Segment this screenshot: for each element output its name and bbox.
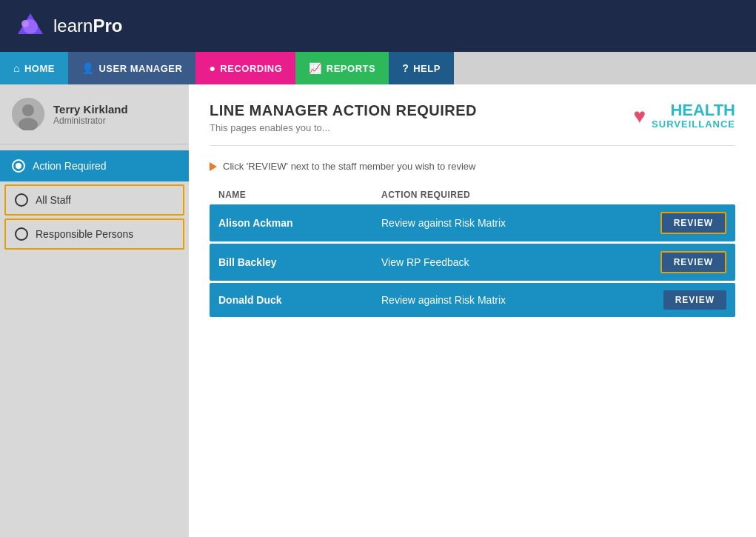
page-title-area: LINE MANAGER ACTION REQUIRED This pages … — [210, 102, 477, 133]
play-icon — [210, 162, 217, 171]
svg-point-2 — [21, 20, 29, 27]
review-button[interactable]: REVIEW — [660, 212, 726, 234]
nav-recording[interactable]: ● RECORDING — [195, 52, 295, 84]
staff-action-text: Review against Risk Matrix — [381, 294, 663, 306]
table-header: NAME ACTION REQUIRED — [210, 185, 735, 204]
col-header-name: NAME — [218, 190, 381, 200]
help-icon: ? — [402, 62, 409, 74]
avatar — [12, 98, 44, 130]
svg-point-4 — [22, 104, 34, 116]
instruction-text: Click 'REVIEW' next to the staff member … — [210, 161, 735, 172]
logo: learnPro — [15, 10, 122, 41]
staff-name: Donald Duck — [218, 294, 381, 306]
review-button[interactable]: REVIEW — [663, 290, 726, 310]
table-row: Donald DuckReview against Risk MatrixREV… — [210, 283, 735, 317]
user-role: Administrator — [53, 116, 128, 126]
hs-logo-text: HEALTH SURVEILLANCE — [652, 102, 735, 130]
radio-all-staff — [15, 193, 28, 207]
radio-responsible-persons — [15, 227, 28, 241]
table-row: Alison AckmanReview against Risk MatrixR… — [210, 204, 735, 241]
logo-icon — [15, 10, 46, 41]
reports-icon: 📈 — [309, 62, 322, 74]
main-layout: Terry Kirkland Administrator Action Requ… — [0, 84, 756, 537]
nav-home[interactable]: ⌂ HOME — [0, 52, 68, 84]
health-surveillance-logo: ♥ HEALTH SURVEILLANCE — [633, 102, 735, 130]
col-header-action: ACTION REQUIRED — [381, 190, 726, 200]
user-icon: 👤 — [81, 62, 95, 74]
nav-help[interactable]: ? HELP — [389, 52, 454, 84]
staff-table: Alison AckmanReview against Risk MatrixR… — [210, 204, 735, 317]
page-title: LINE MANAGER ACTION REQUIRED — [210, 102, 477, 119]
main-nav: ⌂ HOME 👤 USER MANAGER ● RECORDING 📈 REPO… — [0, 52, 756, 84]
home-icon: ⌂ — [13, 62, 20, 74]
sidebar-nav: Action Required All Staff Responsible Pe… — [0, 144, 189, 259]
page-subtitle: This pages enables you to... — [210, 122, 477, 133]
heart-icon: ♥ — [633, 104, 646, 128]
page-header: LINE MANAGER ACTION REQUIRED This pages … — [210, 102, 735, 146]
sidebar-item-action-required[interactable]: Action Required — [0, 150, 189, 181]
sidebar-item-all-staff[interactable]: All Staff — [4, 184, 184, 216]
main-content: LINE MANAGER ACTION REQUIRED This pages … — [189, 84, 756, 537]
table-row: Bill BackleyView RP FeedbackREVIEW — [210, 244, 735, 281]
logo-text: learnPro — [53, 16, 122, 36]
staff-name: Bill Backley — [218, 256, 381, 268]
sidebar: Terry Kirkland Administrator Action Requ… — [0, 84, 189, 537]
staff-action-text: Review against Risk Matrix — [381, 217, 660, 229]
radio-action-required — [12, 159, 25, 173]
review-button[interactable]: REVIEW — [660, 251, 726, 273]
user-info: Terry Kirkland Administrator — [53, 103, 128, 126]
recording-icon: ● — [209, 62, 215, 74]
user-profile: Terry Kirkland Administrator — [0, 84, 189, 144]
staff-name: Alison Ackman — [218, 217, 381, 229]
user-name: Terry Kirkland — [53, 103, 128, 116]
app-header: learnPro — [0, 0, 756, 52]
sidebar-item-responsible-persons[interactable]: Responsible Persons — [4, 219, 184, 250]
nav-user-manager[interactable]: 👤 USER MANAGER — [68, 52, 195, 84]
staff-action-text: View RP Feedback — [381, 256, 660, 268]
nav-reports[interactable]: 📈 REPORTS — [295, 52, 389, 84]
